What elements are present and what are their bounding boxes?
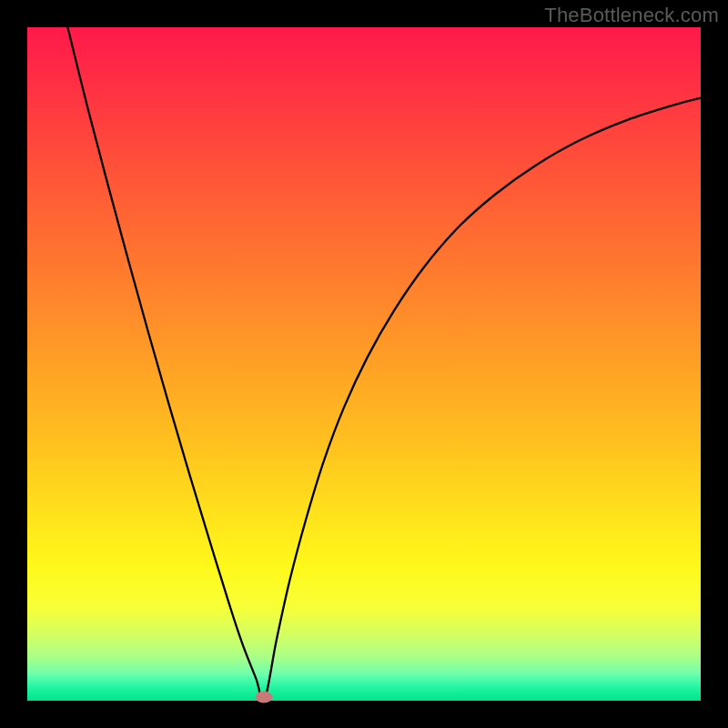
bottleneck-curve	[67, 27, 701, 702]
chart-stage: TheBottleneck.com	[0, 0, 728, 728]
minimum-marker	[256, 692, 273, 703]
watermark-text: TheBottleneck.com	[544, 4, 719, 27]
curve-layer	[27, 27, 701, 701]
